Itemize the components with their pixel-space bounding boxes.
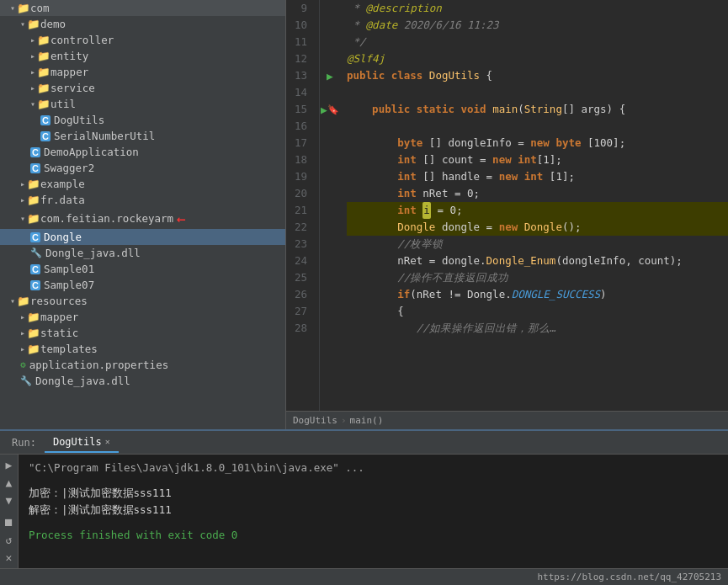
tree-item-Dongle_java.dll[interactable]: 🔧Dongle_java.dll [0, 245, 285, 261]
main-area: ▾📁com▾📁demo▸📁controller▸📁entity▸📁mapper▸… [0, 0, 728, 429]
tree-item-static[interactable]: ▸📁static [0, 325, 285, 341]
code-line-13: public class DogUtils { [347, 67, 728, 84]
tree-item-Sample07[interactable]: CSample07 [0, 277, 285, 293]
run-close-btn[interactable]: ✕ [2, 550, 17, 565]
java-icon: C [40, 131, 50, 141]
tree-item-resources[interactable]: ▾📁resources [0, 293, 285, 309]
code-line-17: byte [] dongleInfo = new byte [100]; [347, 135, 728, 152]
tree-item-DogUtils[interactable]: CDogUtils [0, 112, 285, 128]
tree-item-demo[interactable]: ▾📁demo [0, 16, 285, 32]
line-num-21: 21 [286, 202, 312, 219]
line-num-24: 24 [286, 253, 312, 269]
folder-icon: 📁 [27, 327, 40, 339]
run-output-decrypt: 解密：|测试加密数据sss111 [29, 502, 718, 519]
tree-label: SerialNumberUtil [54, 130, 155, 142]
dll-icon: 🔧 [20, 375, 32, 386]
folder-arrow: ▸ [20, 179, 25, 189]
tree-item-DemoApplication[interactable]: CDemoApplication [0, 144, 285, 160]
line-num-10: 10 [286, 17, 312, 34]
tree-item-mapper2[interactable]: ▸📁mapper [0, 309, 285, 325]
run-tab-close[interactable]: ✕ [105, 437, 110, 446]
java-icon: C [30, 280, 40, 290]
tree-item-com[interactable]: ▾📁com [0, 0, 285, 16]
tree-label: Dongle [44, 231, 82, 243]
run-panel: Run: DogUtils ✕ ▶ ▲ ▼ ⏹ ↺ ✕ "C:\Program … [0, 429, 728, 585]
tree-item-Dongle_java2.dll[interactable]: 🔧Dongle_java.dll [0, 373, 285, 389]
tree-item-application.properties[interactable]: ⚙application.properties [0, 357, 285, 373]
tree-label: Dongle_java.dll [45, 247, 141, 259]
tree-item-example[interactable]: ▸📁example [0, 176, 285, 192]
run-down-btn[interactable]: ▼ [2, 493, 17, 508]
run-gutter-btn-15[interactable]: ▶ [321, 104, 327, 116]
code-line-15: public static void main(String[] args) { [347, 101, 728, 118]
run-cmd-line: "C:\Program Files\Java\jdk1.8.0_101\bin\… [29, 460, 718, 476]
run-tab-dogutils[interactable]: DogUtils ✕ [45, 433, 119, 453]
tree-item-fr.data[interactable]: ▸📁fr.data [0, 192, 285, 208]
line-num-15: 15 [286, 101, 312, 118]
gutter-21 [320, 202, 340, 219]
line-num-22: 22 [286, 219, 312, 236]
folder-icon: 📁 [37, 82, 50, 94]
folder-icon: 📁 [17, 2, 30, 14]
breadcrumb-sep: › [341, 415, 347, 426]
breadcrumb-bar: DogUtils › main() [286, 411, 728, 429]
folder-arrow: ▾ [10, 296, 15, 306]
gutter-19 [320, 168, 340, 185]
folder-icon: 📁 [37, 34, 50, 46]
folder-icon: 📁 [27, 18, 40, 30]
run-stop-btn[interactable]: ⏹ [2, 515, 17, 529]
tree-item-service[interactable]: ▸📁service [0, 80, 285, 96]
folder-arrow: ▾ [20, 19, 25, 29]
line-num-16: 16 [286, 118, 312, 135]
tree-label: Sample07 [44, 279, 94, 291]
tree-item-SerialNumberUtil[interactable]: CSerialNumberUtil [0, 128, 285, 144]
java-icon: C [40, 115, 50, 125]
tree-item-templates[interactable]: ▸📁templates [0, 341, 285, 357]
folder-icon: 📁 [27, 178, 40, 190]
tree-item-controller[interactable]: ▸📁controller [0, 32, 285, 48]
code-line-26: if(nRet != Dongle.DONGLE_SUCCESS) [347, 286, 728, 303]
tree-item-Swagger2[interactable]: CSwagger2 [0, 160, 285, 176]
run-output: "C:\Program Files\Java\jdk1.8.0_101\bin\… [19, 455, 728, 568]
code-line-12: @Slf4j [347, 51, 728, 67]
gutter-26 [320, 286, 340, 303]
code-editor: 910111213141516171819202122232425262728 … [286, 0, 728, 429]
tree-item-mapper[interactable]: ▸📁mapper [0, 64, 285, 80]
tree-label: Dongle_java.dll [35, 375, 130, 387]
folder-icon: 📁 [37, 66, 50, 78]
gutter-17 [320, 135, 340, 152]
tree-item-Sample01[interactable]: CSample01 [0, 261, 285, 277]
run-play-btn[interactable]: ▶ [2, 458, 17, 472]
run-tabs: Run: DogUtils ✕ [0, 431, 728, 455]
folder-arrow: ▸ [20, 344, 25, 354]
folder-icon: 📁 [27, 194, 40, 206]
folder-arrow: ▸ [30, 67, 35, 77]
run-rerun-btn[interactable]: ↺ [2, 533, 17, 547]
code-line-20: int nRet = 0; [347, 185, 728, 202]
code-line-25: //操作不直接返回成功 [347, 269, 728, 286]
tree-item-entity[interactable]: ▸📁entity [0, 48, 285, 64]
line-num-25: 25 [286, 269, 312, 286]
breadcrumb-file: DogUtils [293, 415, 337, 426]
run-blank-1 [29, 476, 718, 485]
code-line-11: */ [347, 34, 728, 51]
tree-label: example [40, 178, 85, 190]
code-line-28: //如果操作返回出错，那么… [347, 320, 728, 337]
tree-label: util [50, 98, 76, 110]
run-up-btn[interactable]: ▲ [2, 476, 17, 490]
tree-item-util[interactable]: ▾📁util [0, 96, 285, 112]
status-link[interactable]: https://blog.csdn.net/qq_42705213 [537, 572, 721, 582]
code-line-10: * @date 2020/6/16 11:23 [347, 17, 728, 34]
tree-item-Dongle[interactable]: CDongle [0, 229, 285, 245]
tree-label: DemoApplication [44, 146, 139, 158]
folder-arrow: ▸ [30, 35, 35, 45]
tree-item-com.feitian.rockeyarm[interactable]: ▾📁com.feitian.rockeyarm← [0, 208, 285, 229]
code-lines: * @description * @date 2020/6/16 11:23 *… [340, 0, 728, 411]
run-gutter-btn-13[interactable]: ▶ [327, 70, 333, 82]
tree-label: static [40, 327, 78, 339]
code-line-21: int i = 0; [347, 202, 728, 219]
code-line-19: int [] handle = new int [1]; [347, 168, 728, 185]
tree-label: demo [40, 18, 66, 30]
line-num-18: 18 [286, 152, 312, 168]
tree-label: mapper [50, 66, 88, 78]
